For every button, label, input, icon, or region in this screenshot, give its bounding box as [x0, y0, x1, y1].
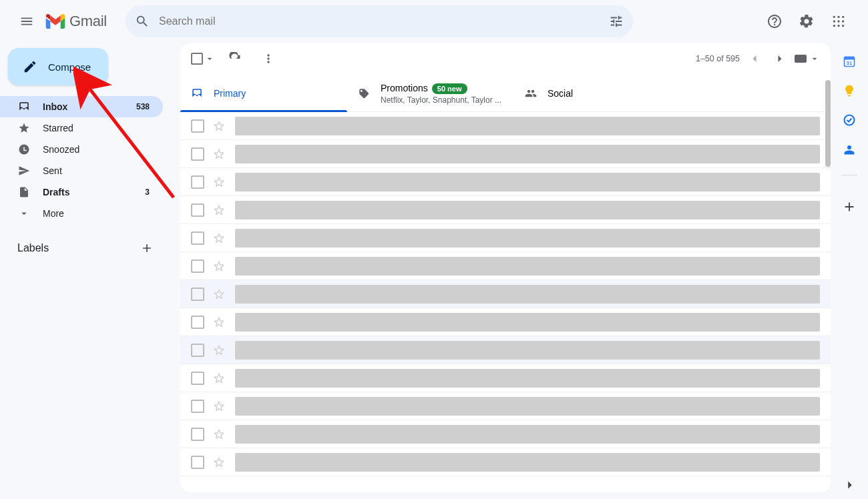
- mail-row[interactable]: [180, 364, 831, 392]
- svg-text:31: 31: [847, 60, 852, 66]
- row-checkbox[interactable]: [191, 147, 204, 161]
- select-all-checkbox[interactable]: [191, 53, 215, 65]
- tab-label: Social: [548, 88, 573, 99]
- mail-row[interactable]: [180, 448, 831, 476]
- sidebar-item-label: Inbox: [43, 101, 67, 112]
- row-star-button[interactable]: [212, 260, 226, 273]
- sidebar-item-starred[interactable]: Starred: [0, 117, 163, 139]
- google-apps-button[interactable]: [825, 8, 852, 35]
- row-star-button[interactable]: [212, 456, 226, 469]
- sidebar-item-more[interactable]: More: [0, 203, 163, 224]
- svg-point-2: [842, 16, 844, 18]
- row-checkbox[interactable]: [191, 119, 204, 133]
- row-content-placeholder: [235, 369, 820, 388]
- contacts-app-button[interactable]: [843, 143, 856, 156]
- more-actions-button[interactable]: [255, 45, 282, 72]
- row-content-placeholder: [235, 229, 820, 247]
- checkbox-icon: [191, 53, 203, 65]
- add-label-button[interactable]: [136, 237, 158, 259]
- row-checkbox[interactable]: [191, 288, 204, 301]
- star-outline-icon: [212, 400, 226, 413]
- search-options-icon[interactable]: [609, 14, 624, 29]
- mail-row[interactable]: [180, 112, 831, 140]
- mail-row[interactable]: [180, 308, 831, 336]
- input-tools-button[interactable]: [795, 53, 820, 64]
- svg-point-0: [833, 16, 835, 18]
- gmail-logo-icon: [45, 14, 65, 29]
- mail-list: [180, 112, 831, 476]
- mail-row[interactable]: [180, 280, 831, 308]
- older-page-button[interactable]: [769, 48, 791, 69]
- row-star-button[interactable]: [212, 119, 226, 133]
- row-checkbox[interactable]: [191, 316, 204, 329]
- search-icon: [135, 14, 150, 29]
- row-checkbox[interactable]: [191, 231, 204, 245]
- dropdown-caret-icon: [204, 53, 215, 64]
- row-checkbox[interactable]: [191, 456, 204, 469]
- support-button[interactable]: [761, 8, 788, 35]
- star-outline-icon: [212, 316, 226, 329]
- gear-icon: [799, 13, 815, 29]
- row-checkbox[interactable]: [191, 175, 204, 189]
- row-star-button[interactable]: [212, 147, 226, 161]
- row-star-button[interactable]: [212, 344, 226, 357]
- sidebar-item-label: Snoozed: [43, 144, 79, 155]
- mail-row[interactable]: [180, 420, 831, 448]
- inbox-icon: [17, 101, 31, 113]
- gmail-logo-text: Gmail: [69, 13, 107, 30]
- mail-row[interactable]: [180, 196, 831, 224]
- svg-point-5: [842, 20, 844, 22]
- star-icon: [17, 122, 31, 134]
- row-checkbox[interactable]: [191, 372, 204, 385]
- row-star-button[interactable]: [212, 203, 226, 217]
- refresh-button[interactable]: [222, 45, 248, 72]
- row-checkbox[interactable]: [191, 344, 204, 357]
- search-bar[interactable]: [126, 5, 633, 37]
- sidebar-item-sent[interactable]: Sent: [0, 160, 163, 181]
- row-star-button[interactable]: [212, 316, 226, 329]
- sidebar-item-snoozed[interactable]: Snoozed: [0, 139, 163, 160]
- mail-row[interactable]: [180, 168, 831, 196]
- calendar-icon: 31: [843, 54, 856, 69]
- row-checkbox[interactable]: [191, 400, 204, 413]
- mail-row[interactable]: [180, 224, 831, 252]
- row-star-button[interactable]: [212, 231, 226, 245]
- row-checkbox[interactable]: [191, 428, 204, 441]
- star-outline-icon: [212, 456, 226, 469]
- search-input[interactable]: [159, 15, 609, 27]
- settings-button[interactable]: [793, 8, 820, 35]
- row-star-button[interactable]: [212, 288, 226, 301]
- file-icon: [17, 186, 31, 198]
- row-star-button[interactable]: [212, 175, 226, 189]
- newer-page-button[interactable]: [744, 48, 765, 69]
- keep-app-button[interactable]: [843, 84, 856, 97]
- mail-row[interactable]: [180, 336, 831, 364]
- row-star-button[interactable]: [212, 372, 226, 385]
- tasks-app-button[interactable]: [843, 113, 856, 127]
- keyboard-icon: [795, 55, 807, 63]
- tab-social[interactable]: Social: [514, 75, 681, 111]
- star-outline-icon: [212, 344, 226, 357]
- hide-side-panel-button[interactable]: [843, 478, 857, 492]
- gmail-logo[interactable]: Gmail: [45, 13, 107, 30]
- scrollbar-thumb[interactable]: [825, 80, 831, 167]
- tab-primary[interactable]: Primary: [180, 75, 347, 111]
- row-star-button[interactable]: [212, 400, 226, 413]
- mail-row[interactable]: [180, 252, 831, 280]
- row-checkbox[interactable]: [191, 260, 204, 273]
- sidebar-item-drafts[interactable]: Drafts3: [0, 181, 163, 203]
- sidebar-item-count: 3: [145, 187, 150, 197]
- row-checkbox[interactable]: [191, 203, 204, 217]
- main-menu-button[interactable]: [11, 5, 43, 37]
- compose-button[interactable]: Compose: [8, 48, 108, 85]
- mail-row[interactable]: [180, 392, 831, 420]
- sidebar-item-inbox[interactable]: Inbox538: [0, 96, 163, 117]
- star-outline-icon: [212, 203, 226, 217]
- calendar-app-button[interactable]: 31: [843, 55, 856, 68]
- row-content-placeholder: [235, 201, 820, 219]
- mail-row[interactable]: [180, 140, 831, 168]
- star-outline-icon: [212, 428, 226, 441]
- tab-promotions[interactable]: Promotions50 newNetflix, Taylor, Snaphun…: [347, 75, 514, 111]
- get-addons-button[interactable]: [842, 199, 857, 214]
- row-star-button[interactable]: [212, 428, 226, 441]
